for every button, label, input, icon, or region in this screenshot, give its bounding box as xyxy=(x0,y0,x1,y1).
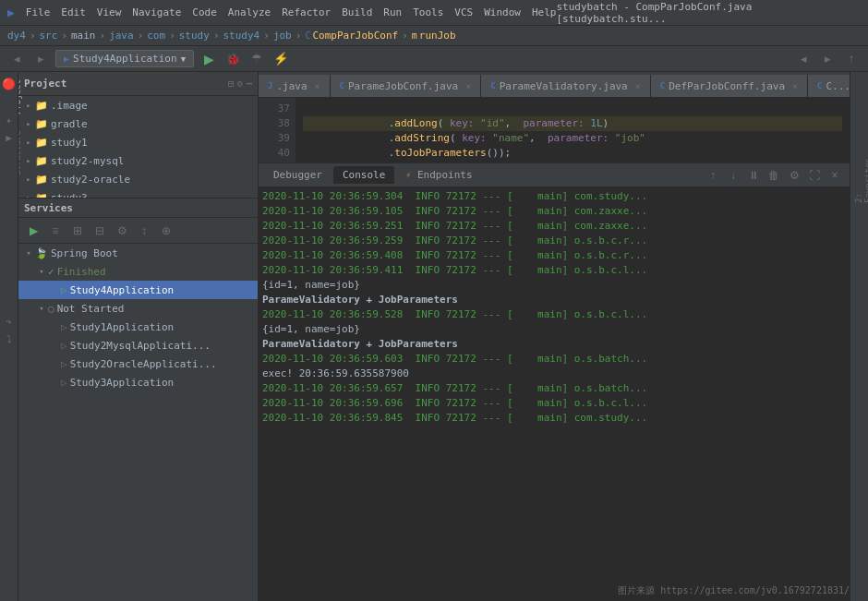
menu-file[interactable]: File xyxy=(26,6,51,18)
breadcrumb-dy4[interactable]: dy4 xyxy=(7,30,26,42)
back-button[interactable]: ◂ xyxy=(7,50,26,68)
run-line-icon[interactable]: ▶ xyxy=(6,132,12,144)
menu-bar[interactable]: ▶ File Edit View Navigate Code Analyze R… xyxy=(7,6,556,19)
tab-paramejobconf[interactable]: C ParameJobConf.java × xyxy=(331,75,482,97)
menu-run[interactable]: Run xyxy=(383,6,402,18)
breadcrumb-study4[interactable]: study4 xyxy=(223,30,260,42)
menu-vcs[interactable]: VCS xyxy=(454,6,473,18)
profile-button[interactable]: ⚡ xyxy=(271,50,290,68)
services-study2oracleapp[interactable]: ▷ Study2OracleApplicati... xyxy=(18,355,258,373)
services-study3app[interactable]: ▷ Study3Application xyxy=(18,373,258,391)
tab-paramevalidatory[interactable]: C ParameValidatory.java × xyxy=(481,75,651,97)
tab-java[interactable]: J .java × xyxy=(259,75,331,97)
services-springboot[interactable]: ▾ 🍃 Spring Boot xyxy=(18,244,258,262)
tree-item-study2oracle[interactable]: ▸ 📁 study2-oracle xyxy=(18,170,258,188)
run-button[interactable]: ▶ xyxy=(199,50,218,68)
navigate-back[interactable]: ◂ xyxy=(794,50,813,68)
console-line-10: {id=1, name=job} xyxy=(262,322,846,337)
step-over-icon[interactable]: ↷ xyxy=(6,316,12,328)
tab-endpoints[interactable]: ⚡ Endpoints xyxy=(396,166,481,184)
menu-tools[interactable]: Tools xyxy=(413,6,443,18)
services-list-btn[interactable]: ≡ xyxy=(46,222,65,240)
console-line-14: 2020-11-10 20:36:59.657 INFO 72172 --- [… xyxy=(262,381,846,396)
title-bar: ▶ File Edit View Navigate Code Analyze R… xyxy=(0,0,868,26)
services-study4app[interactable]: ▷ Study4Application xyxy=(18,281,258,299)
tree-item-study1[interactable]: ▸ 📁 study1 xyxy=(18,133,258,151)
services-add-btn[interactable]: ⊞ xyxy=(68,222,87,240)
editor-area: J .java × C ParameJobConf.java × C Param… xyxy=(259,72,850,601)
settings-btn[interactable]: ⚙ xyxy=(785,166,803,185)
code-line-37: .addLong( key: "id", parameter: 1L) xyxy=(303,102,842,116)
scroll-down-btn[interactable]: ↓ xyxy=(724,166,742,185)
breadcrumb-java[interactable]: java xyxy=(109,30,134,42)
close-panel-btn[interactable]: × xyxy=(826,166,844,185)
run-config-dropdown[interactable]: ▶ Study4Application ▼ xyxy=(55,50,194,67)
clear-btn[interactable]: 🗑 xyxy=(765,166,783,185)
console-line-7: {id=1, name=job} xyxy=(262,278,846,293)
settings-icon[interactable]: ⚙ xyxy=(237,78,243,89)
navigate-forward[interactable]: ▸ xyxy=(818,50,837,68)
tab-c[interactable]: C C... xyxy=(808,75,850,97)
window-title: studybatch - CompParJobConf.java [studyb… xyxy=(556,1,861,25)
tree-item-image[interactable]: ▸ 📁 .image xyxy=(18,96,258,114)
run-config-name: Study4Application xyxy=(73,53,177,65)
bookmark-icon[interactable]: ✦ xyxy=(6,114,12,126)
app-icon: ▶ xyxy=(7,6,15,19)
console-line-9: 2020-11-10 20:36:59.528 INFO 72172 --- [… xyxy=(262,307,846,322)
console-output[interactable]: 2020-11-10 20:36:59.304 INFO 72172 --- [… xyxy=(259,187,850,601)
favorites-tab[interactable]: 2: Favorites xyxy=(852,150,867,205)
breadcrumb-main[interactable]: main xyxy=(71,30,96,42)
tab-debugger[interactable]: Debugger xyxy=(264,166,332,184)
panel-header-icons[interactable]: ⊟ ⚙ — xyxy=(228,78,252,89)
tree-item-gradle[interactable]: ▸ 📁 gradle xyxy=(18,114,258,133)
services-config-btn[interactable]: ⚙ xyxy=(113,222,131,240)
code-content[interactable]: .addLong( key: "id", parameter: 1L) .add… xyxy=(295,98,850,162)
menu-edit[interactable]: Edit xyxy=(61,6,86,18)
menu-code[interactable]: Code xyxy=(192,6,217,18)
tree-item-study2mysql[interactable]: ▸ 📁 study2-mysql xyxy=(18,151,258,170)
maximize-btn[interactable]: ⛶ xyxy=(805,166,824,185)
services-filter-btn[interactable]: ⊟ xyxy=(90,222,109,240)
console-line-11: ParameValidatory + JobParameters xyxy=(262,337,846,352)
breadcrumb-study[interactable]: study xyxy=(179,30,210,42)
menu-build[interactable]: Build xyxy=(342,6,372,18)
breadcrumb-method[interactable]: runJob xyxy=(419,30,456,42)
debug-icon[interactable]: 🔴 xyxy=(2,78,16,90)
services-not-started[interactable]: ▾ ○ Not Started xyxy=(18,299,258,318)
breadcrumb: dy4 › src › main › java › com › study › … xyxy=(0,26,868,46)
services-study1app[interactable]: ▷ Study1Application xyxy=(18,318,258,336)
debug-button[interactable]: 🐞 xyxy=(223,50,242,68)
tab-console[interactable]: Console xyxy=(333,166,394,184)
breadcrumb-job[interactable]: job xyxy=(273,30,292,42)
step-in-icon[interactable]: ⤵ xyxy=(6,333,12,345)
collapse-all-icon[interactable]: ⊟ xyxy=(228,78,234,89)
navigate-up[interactable]: ↑ xyxy=(842,50,861,68)
breadcrumb-com[interactable]: com xyxy=(147,30,165,42)
code-editor: 37 38 39 40 .addLong( key: "id", paramet… xyxy=(259,98,850,162)
menu-window[interactable]: Window xyxy=(484,6,521,18)
menu-refactor[interactable]: Refactor xyxy=(282,6,331,18)
minimize-icon[interactable]: — xyxy=(247,78,252,89)
scroll-up-btn[interactable]: ↑ xyxy=(704,166,722,185)
console-toolbar: ↑ ↓ ⏸ 🗑 ⚙ ⛶ × xyxy=(704,166,844,185)
breadcrumb-src[interactable]: src xyxy=(40,30,58,42)
services-tree: ▾ 🍃 Spring Boot ▾ ✓ Finished ▷ Study4App… xyxy=(18,244,258,601)
services-finished[interactable]: ▾ ✓ Finished xyxy=(18,262,258,281)
console-line-6: 2020-11-10 20:36:59.411 INFO 72172 --- [… xyxy=(262,263,846,278)
menu-navigate[interactable]: Navigate xyxy=(132,6,181,18)
console-tabs-bar: Debugger Console ⚡ Endpoints ↑ ↓ ⏸ 🗑 ⚙ ⛶… xyxy=(259,163,850,187)
services-study2mysqlapp[interactable]: ▷ Study2MysqlApplicati... xyxy=(18,336,258,355)
coverage-button[interactable]: ☂ xyxy=(247,50,266,68)
console-line-13: exec! 20:36:59.635587900 xyxy=(262,367,846,381)
services-run-btn[interactable]: ▶ xyxy=(24,222,42,240)
forward-button[interactable]: ▸ xyxy=(31,50,50,68)
breadcrumb-class[interactable]: CompParJobConf xyxy=(312,30,398,42)
services-expand-btn[interactable]: ↕ xyxy=(135,222,153,240)
menu-analyze[interactable]: Analyze xyxy=(228,6,271,18)
services-add2-btn[interactable]: ⊕ xyxy=(157,222,175,240)
tab-defparjobconf[interactable]: C DefParJobConff.java × xyxy=(651,75,808,97)
menu-help[interactable]: Help xyxy=(532,6,557,18)
tree-item-study3[interactable]: ▸ 📁 study3 xyxy=(18,188,258,198)
pause-btn[interactable]: ⏸ xyxy=(744,166,763,185)
menu-view[interactable]: View xyxy=(97,6,122,18)
